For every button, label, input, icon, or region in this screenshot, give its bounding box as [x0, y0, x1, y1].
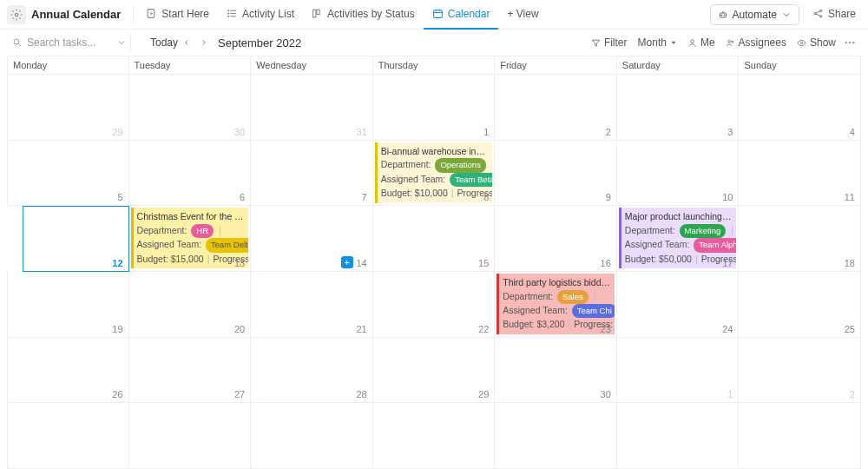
day-cell[interactable]: 4 [739, 75, 861, 141]
add-event-button[interactable]: + [341, 256, 353, 268]
svg-point-6 [228, 10, 229, 11]
share-button[interactable]: Share [807, 0, 861, 30]
svg-point-17 [724, 15, 725, 16]
event-xmas[interactable]: Christmas Event for the Team Members Dep… [131, 208, 249, 268]
day-cell[interactable]: + 14 [251, 206, 373, 272]
tab-activity-list[interactable]: Activity List [218, 0, 303, 30]
day-cell[interactable]: Bi-annual warehouse inventory for spare … [373, 141, 496, 207]
day-cell[interactable]: 26 [7, 338, 129, 404]
day-cell[interactable]: 21 [251, 272, 373, 338]
robot-icon [718, 10, 728, 20]
dow-tue: Tuesday [129, 56, 252, 75]
month-label: September 2022 [218, 36, 301, 50]
tag-marketing: Marketing [680, 224, 727, 238]
day-cell-today[interactable]: 12 [23, 206, 129, 272]
dow-sat: Saturday [617, 56, 740, 75]
day-cell[interactable]: Major product launching in New York City… [617, 206, 740, 272]
search-icon [12, 37, 23, 48]
day-cell[interactable]: 3 [617, 75, 740, 141]
tag-team-alpha: Team Alpha [694, 238, 736, 252]
tab-calendar[interactable]: Calendar [424, 0, 499, 30]
svg-point-31 [800, 42, 802, 43]
day-cell[interactable]: 22 [373, 272, 496, 338]
filter-button[interactable]: Filter [591, 36, 628, 49]
day-cell[interactable] [617, 403, 740, 469]
event-warehouse[interactable]: Bi-annual warehouse inventory for spare … [375, 142, 493, 203]
day-cell[interactable]: 25 [739, 272, 861, 338]
app-icon[interactable] [7, 5, 26, 24]
day-cell[interactable] [373, 403, 496, 469]
event-launch[interactable]: Major product launching in New York City… [619, 208, 737, 268]
search-input[interactable]: Search tasks... [12, 36, 127, 49]
day-cell[interactable]: 1 [373, 75, 496, 141]
day-cell[interactable]: 15 [373, 206, 496, 272]
day-cell[interactable]: 19 [7, 272, 129, 338]
next-month-button[interactable] [195, 34, 213, 51]
more-options-button[interactable]: ··· [845, 36, 856, 49]
day-cell[interactable]: 2 [495, 75, 617, 141]
day-cell[interactable] [7, 403, 129, 469]
day-cell[interactable]: 20 [129, 272, 252, 338]
day-cell[interactable] [129, 403, 252, 469]
day-cell[interactable]: 29 [7, 75, 129, 141]
day-cell[interactable]: 9 [495, 141, 617, 207]
app-title: Annual Calendar [31, 8, 121, 21]
dow-thu: Thursday [373, 56, 496, 75]
assignees-button[interactable]: Assignees [726, 36, 786, 49]
svg-line-22 [816, 11, 819, 13]
svg-point-8 [228, 16, 229, 17]
event-logistics[interactable]: Third party logistics bidding activity D… [496, 274, 615, 334]
day-cell[interactable]: 31 [251, 75, 373, 141]
me-filter-button[interactable]: Me [687, 36, 715, 49]
svg-marker-2 [151, 12, 154, 15]
separator [130, 34, 131, 51]
svg-marker-26 [592, 40, 599, 46]
automate-button[interactable]: Automate [710, 4, 799, 25]
tag-team-beta: Team Beta [450, 173, 492, 187]
board-icon [312, 8, 323, 19]
tab-add-view[interactable]: + View [498, 0, 547, 30]
tab-start-here[interactable]: Start Here [137, 0, 218, 30]
calendar-icon [432, 8, 444, 19]
top-toolbar: Annual Calendar Start Here Activity List… [0, 0, 868, 30]
day-cell[interactable]: 6 [129, 141, 252, 207]
day-cell[interactable] [495, 403, 617, 469]
tab-activities-by-status[interactable]: Activities by Status [303, 0, 424, 30]
calendar-grid: 29 30 31 1 2 3 4 5 6 7 Bi-annual warehou… [7, 75, 861, 469]
tag-sales: Sales [557, 290, 589, 304]
day-cell[interactable]: 18 [739, 206, 861, 272]
month-view-button[interactable]: Month [638, 36, 677, 49]
day-cell[interactable]: 7 [251, 141, 373, 207]
day-cell[interactable]: 30 [129, 75, 252, 141]
day-cell[interactable]: 11 [739, 141, 861, 207]
dow-mon: Monday [7, 56, 129, 75]
today-button[interactable]: Today [150, 36, 178, 49]
day-headers: Monday Tuesday Wednesday Thursday Friday… [7, 56, 861, 75]
day-cell[interactable]: 29 [373, 338, 496, 404]
day-cell[interactable]: 28 [251, 338, 373, 404]
day-cell[interactable]: 1 [617, 338, 740, 404]
day-cell[interactable]: Third party logistics bidding activity D… [495, 272, 617, 338]
chevron-down-icon [781, 10, 792, 20]
prev-month-button[interactable] [178, 34, 195, 51]
day-cell[interactable]: 24 [617, 272, 740, 338]
day-cell[interactable]: 10 [617, 141, 740, 207]
day-cell[interactable]: 27 [129, 338, 252, 404]
svg-rect-10 [317, 10, 319, 14]
svg-point-29 [727, 40, 730, 43]
day-cell[interactable] [251, 403, 373, 469]
user-icon [687, 38, 697, 48]
day-cell[interactable]: Christmas Event for the Team Members Dep… [129, 206, 252, 272]
day-cell[interactable] [739, 403, 861, 469]
show-button[interactable]: Show [797, 36, 836, 49]
svg-line-25 [18, 43, 21, 46]
doc-play-icon [146, 8, 157, 19]
chevron-down-icon [116, 37, 127, 48]
day-cell[interactable]: 16 [495, 206, 617, 272]
dow-wed: Wednesday [251, 56, 373, 75]
dow-fri: Friday [495, 56, 617, 75]
svg-point-30 [731, 40, 733, 42]
day-cell[interactable]: 30 [495, 338, 617, 404]
day-cell[interactable]: 2 [739, 338, 861, 404]
day-cell[interactable]: 5 [7, 141, 129, 207]
